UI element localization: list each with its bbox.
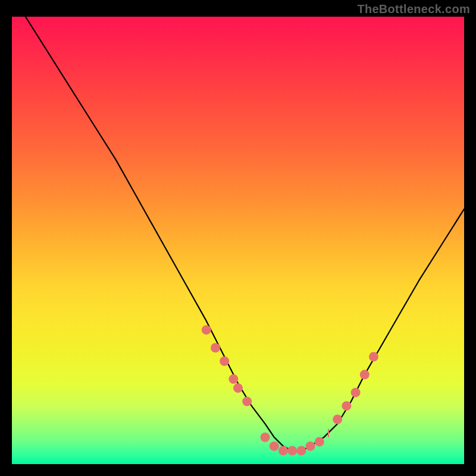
- data-point: [369, 352, 378, 362]
- data-point: [233, 383, 243, 393]
- chart-svg: [12, 17, 464, 464]
- data-point: [296, 446, 306, 455]
- bottleneck-curve: [26, 17, 464, 450]
- plot-area: [12, 17, 464, 464]
- data-point: [202, 325, 211, 334]
- watermark-text: TheBottleneck.com: [357, 2, 470, 16]
- data-point: [306, 441, 315, 451]
- data-point: [270, 441, 279, 451]
- data-point: [315, 437, 324, 446]
- data-point: [220, 356, 229, 366]
- data-point: [351, 388, 361, 397]
- data-point: [360, 370, 369, 380]
- data-point: [333, 415, 342, 424]
- data-point: [261, 433, 270, 442]
- chart-frame: TheBottleneck.com: [0, 0, 476, 476]
- data-point: [287, 446, 297, 455]
- data-point: [278, 446, 288, 455]
- data-point: [228, 374, 238, 384]
- data-point: [211, 343, 220, 353]
- data-point: [342, 401, 351, 411]
- data-point: [242, 397, 252, 406]
